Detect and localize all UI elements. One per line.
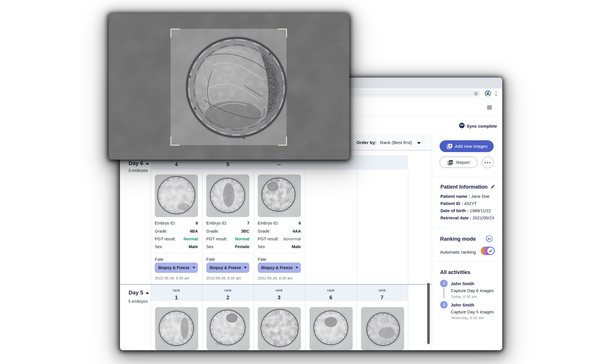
svg-text:AI: AI (488, 237, 491, 241)
svg-text:PDF: PDF (449, 162, 453, 163)
